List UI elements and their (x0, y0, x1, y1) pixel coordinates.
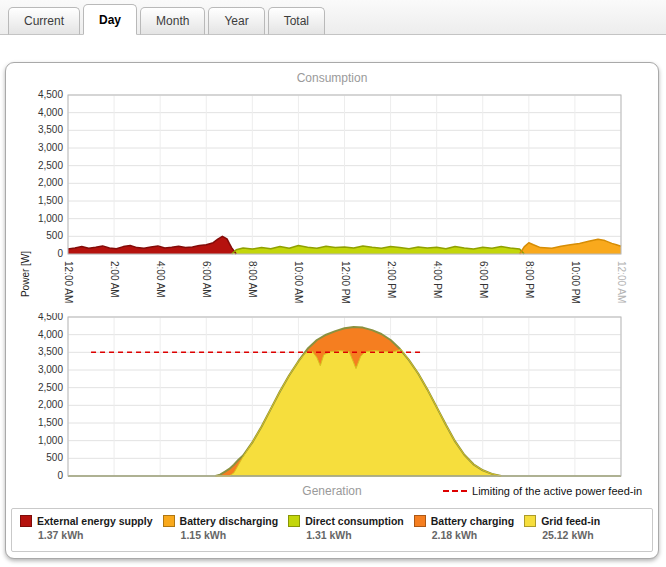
svg-text:4,500: 4,500 (38, 89, 63, 100)
svg-text:4,500: 4,500 (38, 313, 63, 322)
svg-text:1,000: 1,000 (38, 435, 63, 446)
svg-text:2,000: 2,000 (38, 399, 63, 410)
battery-charging-swatch (414, 515, 426, 527)
legend-item-external-energy-supply: External energy supply 1.37 kWh (20, 515, 153, 541)
tab-total[interactable]: Total (268, 7, 325, 35)
consumption-chart: 05001,0001,5002,0002,5003,0003,5004,0004… (6, 87, 660, 315)
legend-item-grid-feed-in: Grid feed-in 25.12 kWh (524, 515, 600, 541)
svg-text:3,500: 3,500 (38, 124, 63, 135)
legend: External energy supply 1.37 kWh Battery … (11, 508, 653, 552)
svg-text:3,500: 3,500 (38, 346, 63, 357)
grid-feed-in-swatch (524, 515, 536, 527)
legend-value: 1.37 kWh (38, 529, 153, 541)
tab-day[interactable]: Day (83, 4, 137, 35)
legend-label: Direct consumption (305, 515, 404, 527)
svg-text:500: 500 (46, 452, 63, 463)
svg-text:12:00 PM: 12:00 PM (340, 261, 351, 304)
svg-text:4,000: 4,000 (38, 329, 63, 340)
svg-text:2,500: 2,500 (38, 382, 63, 393)
direct-consumption-swatch (288, 515, 300, 527)
limit-note-label: Limiting of the active power feed-in (472, 485, 642, 497)
svg-text:6:00 AM: 6:00 AM (201, 261, 212, 298)
consumption-chart-title: Consumption (6, 71, 658, 85)
legend-value: 2.18 kWh (432, 529, 514, 541)
legend-value: 1.15 kWh (181, 529, 279, 541)
legend-value: 25.12 kWh (542, 529, 600, 541)
svg-text:0: 0 (57, 470, 63, 481)
limit-line-note: Limiting of the active power feed-in (443, 485, 642, 497)
svg-text:2,500: 2,500 (38, 160, 63, 171)
svg-text:10:00 AM: 10:00 AM (293, 261, 304, 303)
legend-label: Battery charging (431, 515, 514, 527)
tab-month[interactable]: Month (140, 7, 205, 35)
svg-text:4:00 AM: 4:00 AM (155, 261, 166, 298)
tab-current[interactable]: Current (8, 7, 80, 35)
red-dashed-line-icon (443, 490, 467, 492)
external-energy-supply-swatch (20, 515, 32, 527)
legend-item-battery-charging: Battery charging 2.18 kWh (414, 515, 514, 541)
tab-year[interactable]: Year (208, 7, 264, 35)
svg-text:12:00 AM: 12:00 AM (63, 261, 74, 303)
svg-text:2,000: 2,000 (38, 177, 63, 188)
svg-text:500: 500 (46, 230, 63, 241)
svg-text:3,000: 3,000 (38, 364, 63, 375)
svg-text:1,000: 1,000 (38, 213, 63, 224)
svg-text:2:00 AM: 2:00 AM (109, 261, 120, 298)
svg-text:0: 0 (57, 248, 63, 259)
svg-text:1,500: 1,500 (38, 417, 63, 428)
legend-label: Grid feed-in (541, 515, 600, 527)
svg-text:8:00 AM: 8:00 AM (247, 261, 258, 298)
legend-item-direct-consumption: Direct consumption 1.31 kWh (288, 515, 404, 541)
tab-strip: Current Day Month Year Total (0, 0, 666, 35)
legend-label: External energy supply (37, 515, 153, 527)
generation-chart: 05001,0001,5002,0002,5003,0003,5004,0004… (6, 313, 660, 485)
svg-text:2:00 PM: 2:00 PM (386, 261, 397, 298)
svg-text:8:00 PM: 8:00 PM (524, 261, 535, 298)
svg-text:1,500: 1,500 (38, 195, 63, 206)
svg-text:10:00 PM: 10:00 PM (570, 261, 581, 304)
y-axis-label-power: Power [W] (20, 244, 32, 304)
svg-text:6:00 PM: 6:00 PM (478, 261, 489, 298)
svg-text:4,000: 4,000 (38, 107, 63, 118)
legend-item-battery-discharging: Battery discharging 1.15 kWh (163, 515, 279, 541)
legend-label: Battery discharging (180, 515, 279, 527)
svg-text:4:00 PM: 4:00 PM (432, 261, 443, 298)
svg-text:12:00 AM: 12:00 AM (616, 261, 627, 303)
svg-text:3,000: 3,000 (38, 142, 63, 153)
legend-value: 1.31 kWh (306, 529, 404, 541)
energy-chart-panel: Consumption 05001,0001,5002,0002,5003,00… (5, 62, 659, 559)
battery-discharging-swatch (163, 515, 175, 527)
